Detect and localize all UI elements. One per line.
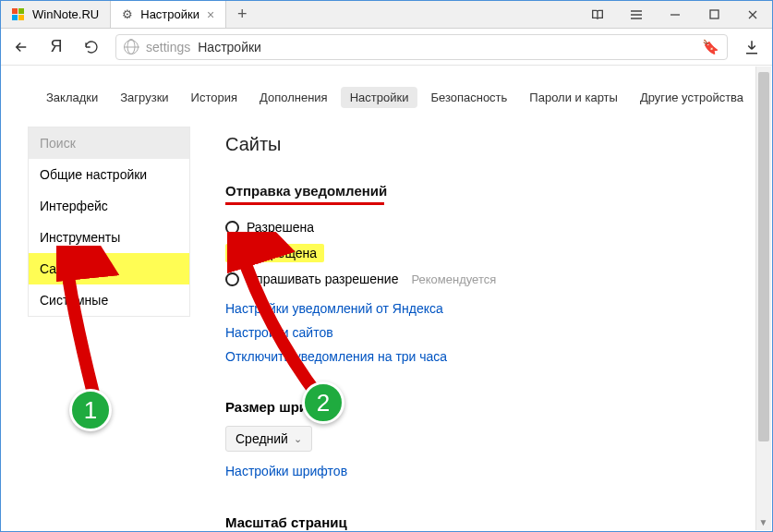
browser-toolbar: Я settings Настройки 🔖: [1, 29, 772, 66]
notifications-links: Настройки уведомлений от Яндекса Настрой…: [225, 301, 755, 364]
reload-button[interactable]: [80, 40, 103, 54]
nav-passwords[interactable]: Пароли и карты: [520, 87, 627, 108]
sidebar-search[interactable]: Поиск: [29, 127, 189, 159]
tab-winnote[interactable]: WinNote.RU: [1, 1, 111, 28]
windows-logo-icon: [12, 8, 25, 21]
radio-icon: [225, 221, 239, 235]
sidebar-item-interface[interactable]: Интерфейс: [29, 190, 189, 222]
nav-settings[interactable]: Настройки: [341, 87, 418, 108]
globe-icon: [124, 40, 139, 54]
nav-downloads[interactable]: Загрузки: [111, 87, 177, 108]
zoom-section: Масштаб страниц 100% ⌄: [225, 514, 755, 530]
radio-allowed[interactable]: Разрешена: [225, 214, 755, 240]
settings-top-nav: Закладки Загрузки История Дополнения Нас…: [2, 66, 755, 127]
sidebar-item-tools[interactable]: Инструменты: [29, 222, 189, 253]
radio-label: Спрашивать разрешение: [247, 272, 398, 286]
radio-icon: [227, 247, 241, 260]
chevron-down-icon: ⌄: [294, 433, 302, 445]
nav-devices[interactable]: Другие устройства: [631, 87, 753, 108]
address-prefix: settings: [146, 40, 190, 54]
nav-bookmarks[interactable]: Закладки: [37, 87, 107, 108]
link-yandex-notifications[interactable]: Настройки уведомлений от Яндекса: [225, 301, 755, 316]
nav-security[interactable]: Безопасность: [421, 87, 516, 108]
window-controls: [578, 1, 772, 28]
new-tab-button[interactable]: +: [226, 1, 258, 28]
radio-icon: [225, 272, 239, 286]
reader-mode-icon[interactable]: [578, 1, 617, 28]
radio-denied[interactable]: Запрещена: [225, 240, 755, 266]
link-site-settings[interactable]: Настройки сайтов: [225, 325, 755, 340]
nav-addons[interactable]: Дополнения: [250, 87, 337, 108]
menu-icon[interactable]: [617, 1, 656, 28]
annotation-circle-2: 2: [302, 381, 344, 424]
annotation-circle-1: 1: [69, 389, 112, 431]
font-size-select[interactable]: Средний ⌄: [225, 426, 312, 452]
zoom-title: Масштаб страниц: [225, 514, 755, 530]
radio-label: Разрешена: [247, 220, 314, 235]
settings-sidebar: Поиск Общие настройки Интерфейс Инструме…: [28, 127, 190, 317]
radio-ask[interactable]: Спрашивать разрешение Рекомендуется: [225, 266, 755, 292]
downloads-button[interactable]: [741, 39, 763, 55]
sidebar-item-system[interactable]: Системные: [29, 284, 189, 316]
page-viewport: Закладки Загрузки История Дополнения Нас…: [2, 66, 771, 530]
minimize-button[interactable]: [656, 1, 694, 28]
tab-settings[interactable]: ⚙ Настройки ×: [111, 1, 226, 28]
scrollbar-thumb[interactable]: [758, 72, 769, 441]
sidebar-item-sites[interactable]: Сайты: [29, 253, 189, 284]
link-disable-3h[interactable]: Отключить уведомления на три часа: [225, 349, 755, 364]
link-font-settings[interactable]: Настройки шрифтов: [225, 464, 347, 478]
notifications-title: Отправка уведомлений: [225, 183, 387, 199]
sidebar-item-general[interactable]: Общие настройки: [29, 159, 189, 190]
address-bar[interactable]: settings Настройки 🔖: [115, 34, 728, 60]
tab-label: Настройки: [140, 7, 199, 21]
select-value: Средний: [236, 431, 288, 446]
yandex-home-button[interactable]: Я: [45, 37, 67, 56]
svg-rect-0: [710, 10, 719, 18]
nav-history[interactable]: История: [182, 87, 247, 108]
window-titlebar: WinNote.RU ⚙ Настройки × +: [1, 1, 772, 29]
back-button[interactable]: [10, 39, 32, 55]
radio-label: Запрещена: [248, 246, 317, 260]
close-window-button[interactable]: [733, 1, 772, 28]
page-heading: Сайты: [225, 134, 755, 155]
tab-label: WinNote.RU: [32, 7, 99, 21]
vertical-scrollbar[interactable]: ▲ ▼: [755, 66, 771, 530]
address-title: Настройки: [198, 40, 261, 54]
annotation-underline: [225, 202, 384, 205]
close-tab-icon[interactable]: ×: [207, 7, 214, 22]
settings-main: Сайты Отправка уведомлений Разрешена Зап…: [216, 127, 755, 530]
maximize-button[interactable]: [694, 1, 733, 28]
scroll-down-icon[interactable]: ▼: [755, 514, 771, 530]
gear-icon: ⚙: [122, 7, 133, 21]
bookmark-icon[interactable]: 🔖: [702, 39, 719, 55]
recommended-label: Рекомендуется: [411, 272, 496, 286]
